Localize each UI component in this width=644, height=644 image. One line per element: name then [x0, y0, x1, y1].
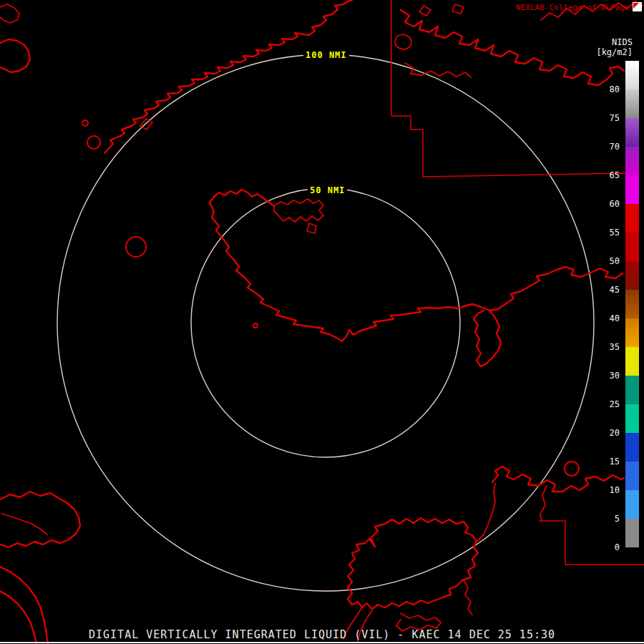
- coastline-blob: [348, 518, 478, 609]
- coastline-loop: [140, 119, 152, 130]
- colorbar-tick-label: 35: [598, 341, 620, 353]
- bay-islet: [307, 223, 316, 233]
- small-lake: [87, 136, 100, 149]
- colorbar-segment: [625, 233, 639, 261]
- colorbar-ticks: 80757065605550454035302520151050: [598, 61, 620, 555]
- bottom-border-line: [0, 642, 644, 643]
- peninsula-loop: [474, 311, 501, 366]
- colorbar-segment: [625, 318, 639, 347]
- colorbar-segment: [625, 290, 639, 318]
- island: [452, 4, 464, 14]
- colorbar-segments: [625, 61, 639, 547]
- colorbar-segment: [625, 118, 639, 147]
- colorbar-tick-label: 40: [598, 313, 620, 324]
- colorbar-segment: [625, 147, 639, 175]
- radar-display: 100 NMI 50 NMI NEXLAB-College of DuPage …: [0, 0, 644, 644]
- colorbar-tick-label: 25: [598, 399, 620, 410]
- range-ring-50nmi: [191, 188, 460, 457]
- coastline-blob: [0, 39, 30, 72]
- colorbar-tick-label: 50: [598, 255, 620, 267]
- lake-ring: [565, 462, 579, 476]
- colorbar-segment: [625, 89, 639, 118]
- colorbar-segment: [625, 175, 639, 204]
- colorbar-tick-label: 80: [598, 84, 620, 95]
- radar-map-canvas: [0, 0, 644, 644]
- colorbar-tick-label: 65: [598, 170, 620, 181]
- colorbar-tick-label: 20: [598, 427, 620, 439]
- cod-pennant-icon: [633, 2, 642, 11]
- product-title: DIGITAL VERTICALLY INTEGRATED LIQUID (VI…: [0, 628, 644, 641]
- coastline-blob: [0, 492, 80, 547]
- colorbar-segment: [625, 490, 639, 519]
- colorbar-segment: [625, 347, 639, 376]
- colorbar-tick-label: 15: [598, 456, 620, 467]
- map-outlines: [0, 0, 644, 644]
- coastline-blob: [395, 34, 411, 49]
- colorbar-tick-label: 30: [598, 370, 620, 381]
- colorbar-tick-label: 60: [598, 198, 620, 210]
- colorbar-segment: [625, 433, 639, 462]
- colorbar-tick-label: 45: [598, 284, 620, 296]
- colorbar-tick-label: 75: [598, 112, 620, 124]
- coastline-path: [210, 190, 274, 206]
- range-ring-label-50nmi: 50 NMI: [308, 185, 347, 196]
- colorbar-tick-label: 5: [598, 513, 620, 525]
- range-ring-100nmi: [57, 54, 594, 591]
- coastline-blob: [0, 4, 19, 23]
- colorbar-segment: [625, 376, 639, 404]
- tiny-island: [253, 323, 258, 328]
- colorbar-tick-label: 70: [598, 141, 620, 152]
- small-lake: [82, 120, 88, 126]
- range-ring-label-100nmi: 100 NMI: [303, 49, 349, 61]
- scale-title: NIDS: [612, 37, 633, 47]
- colorbar-segment: [625, 61, 639, 89]
- nexlab-brand-text: NEXLAB-College of DuPage: [516, 3, 630, 12]
- colorbar-segment: [625, 519, 639, 547]
- county-boundary: [391, 0, 625, 177]
- coastline-path: [540, 486, 547, 521]
- colorbar-segment: [625, 261, 639, 290]
- colorbar-tick-label: 10: [598, 484, 620, 496]
- range-rings: [57, 54, 594, 591]
- colorbar-segment: [625, 462, 639, 490]
- scale-units: [kg/m2]: [596, 47, 633, 57]
- colorbar-segment: [625, 404, 639, 433]
- colorbar-tick-label: 0: [598, 542, 620, 553]
- coastline-path: [401, 10, 624, 85]
- bay-outline: [274, 199, 323, 222]
- coastline-path: [104, 0, 352, 153]
- coastline-path: [1, 514, 47, 535]
- coastline-path: [464, 580, 472, 615]
- island: [419, 6, 431, 16]
- colorbar-segment: [625, 204, 639, 233]
- lake-ring: [126, 237, 146, 257]
- colorbar-tick-label: 55: [598, 227, 620, 238]
